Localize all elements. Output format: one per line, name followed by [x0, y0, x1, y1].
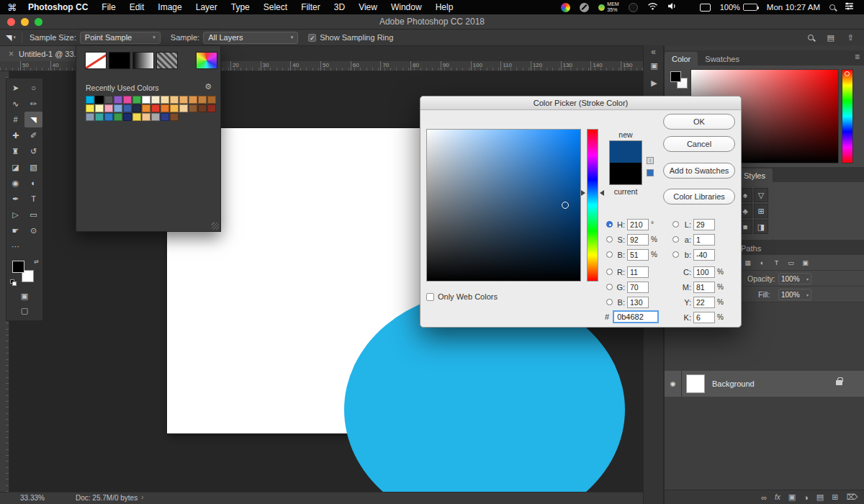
recent-color-swatch[interactable] [189, 104, 197, 112]
field-input[interactable]: -40 [693, 249, 715, 261]
hand-tool[interactable]: ☛ [6, 222, 24, 238]
recent-color-swatch[interactable] [170, 104, 179, 112]
recent-color-swatch[interactable] [161, 104, 169, 112]
radio-s-[interactable] [606, 236, 613, 243]
memory-indicator[interactable]: MEM 35% [598, 1, 618, 13]
quick-selection-tool[interactable]: ✏ [24, 96, 42, 112]
hue-slider[interactable] [842, 69, 853, 163]
screen-mode-button[interactable]: ▢ [6, 303, 42, 318]
swap-colors-icon[interactable]: ⇄ [34, 258, 39, 265]
recent-color-swatch[interactable] [207, 104, 216, 112]
recent-color-swatch[interactable] [142, 113, 150, 121]
field-input[interactable]: 100 [693, 266, 715, 278]
do-not-disturb-icon[interactable] [580, 3, 589, 12]
collapse-panels-icon[interactable]: « [644, 45, 663, 57]
menu-item-3d[interactable]: 3D [334, 2, 345, 12]
move-tool[interactable]: ➤ [6, 80, 24, 96]
volume-icon[interactable] [667, 2, 678, 12]
status-chevron-icon[interactable]: › [141, 493, 143, 501]
dodge-tool[interactable]: ◐ [24, 175, 42, 191]
opacity-dropdown[interactable]: 100% ▾ [778, 273, 811, 284]
filter-pixel-icon[interactable]: ▦ [742, 257, 753, 268]
menu-item-photoshop-cc[interactable]: Photoshop CC [28, 2, 88, 12]
pattern-swatch[interactable] [156, 52, 178, 69]
foreground-color-swatch[interactable] [12, 261, 24, 273]
tab-styles[interactable]: Styles [737, 168, 773, 182]
history-brush-tool[interactable]: ↺ [24, 143, 42, 159]
only-web-colors-checkbox[interactable] [426, 293, 434, 301]
no-color-swatch[interactable] [85, 52, 107, 69]
radio-l-[interactable] [672, 221, 679, 228]
recent-color-swatch[interactable] [207, 96, 216, 104]
recent-color-swatch[interactable] [179, 104, 188, 112]
zoom-tool[interactable]: ⊙ [24, 222, 42, 238]
menu-item-view[interactable]: View [359, 2, 377, 12]
menu-item-window[interactable]: Window [391, 2, 422, 12]
recent-color-swatch[interactable] [86, 96, 94, 104]
field-input[interactable]: 210 [627, 219, 649, 230]
gamut-warning-icon[interactable]: ! [647, 157, 654, 164]
sample-select[interactable]: All Layers ▾ [203, 32, 298, 44]
workspace-icon[interactable]: ▤ [827, 33, 834, 42]
filter-shape-icon[interactable]: ▭ [786, 257, 796, 268]
recent-color-swatch[interactable] [104, 96, 113, 104]
recent-color-swatch[interactable] [189, 96, 197, 104]
style-thumb-2[interactable]: ▽ [754, 188, 768, 202]
radio-b-[interactable] [672, 251, 679, 258]
hex-value-input[interactable]: 0b4682 [613, 310, 659, 323]
add-to-swatches-button[interactable]: Add to Swatches [663, 163, 735, 179]
radio-r-[interactable] [606, 269, 613, 275]
shape-tool[interactable]: ▭ [24, 207, 42, 222]
menu-clock[interactable]: Mon 10:27 AM [767, 3, 820, 12]
radio-a-[interactable] [672, 236, 679, 243]
saturation-brightness-field[interactable] [426, 129, 581, 282]
recent-color-swatch[interactable] [114, 113, 122, 121]
recent-color-swatch[interactable] [132, 104, 141, 112]
brush-tool[interactable]: ✐ [24, 127, 42, 143]
recent-color-swatch[interactable] [123, 113, 132, 121]
menu-item-help[interactable]: Help [436, 2, 454, 12]
gradient-swatch[interactable] [132, 52, 154, 69]
blur-tool[interactable]: ◉ [6, 175, 24, 191]
quick-mask-button[interactable]: ▣ [6, 289, 42, 303]
hue-marker[interactable] [845, 71, 850, 76]
filter-smart-icon[interactable]: ▣ [800, 257, 811, 268]
wifi-icon[interactable] [647, 2, 658, 12]
spotlight-icon[interactable] [829, 4, 835, 10]
cancel-button[interactable]: Cancel [663, 136, 735, 152]
healing-brush-tool[interactable]: ✚ [6, 127, 24, 143]
field-input[interactable]: 6 [693, 312, 715, 323]
app-colors-icon[interactable] [561, 3, 570, 12]
field-input[interactable]: 92 [627, 234, 649, 246]
recent-color-swatch[interactable] [95, 96, 104, 104]
close-tab-icon[interactable]: × [9, 49, 14, 59]
layer-thumbnail[interactable] [686, 374, 705, 393]
panel-menu-icon[interactable]: ≡ [855, 52, 860, 62]
recent-color-swatch[interactable] [114, 104, 122, 112]
share-icon[interactable]: ⇧ [847, 33, 854, 42]
field-input[interactable]: 130 [627, 297, 649, 308]
recent-color-swatch[interactable] [170, 96, 179, 104]
tool-preset-arrow-icon[interactable]: ▾ [13, 35, 16, 40]
menu-item-type[interactable]: Type [231, 2, 250, 12]
recent-color-swatch[interactable] [104, 104, 113, 112]
screen-dim-icon[interactable] [629, 3, 638, 12]
menu-item-edit[interactable]: Edit [130, 2, 145, 12]
menu-item-layer[interactable]: Layer [196, 2, 217, 12]
more-tools[interactable]: ⋯ [6, 238, 24, 254]
recent-color-swatch[interactable] [151, 96, 160, 104]
hue-slider-arrow-right[interactable] [600, 190, 604, 196]
crop-tool[interactable]: # [6, 112, 24, 127]
field-input[interactable]: 1 [693, 234, 715, 246]
style-thumb-6[interactable]: ◨ [754, 220, 768, 234]
new-layer-icon[interactable]: ⊞ [832, 492, 838, 502]
recent-color-swatch[interactable] [151, 113, 160, 121]
fill-dropdown[interactable]: 100% ▾ [778, 289, 811, 300]
hue-slider-arrow-left[interactable] [581, 190, 585, 196]
recent-color-swatch[interactable] [123, 96, 132, 104]
color-picker-swatch[interactable] [196, 52, 217, 69]
field-input[interactable]: 29 [693, 219, 715, 230]
tab-color[interactable]: Color [665, 52, 698, 66]
default-colors-icon[interactable] [10, 279, 17, 286]
recent-color-swatch[interactable] [179, 96, 188, 104]
